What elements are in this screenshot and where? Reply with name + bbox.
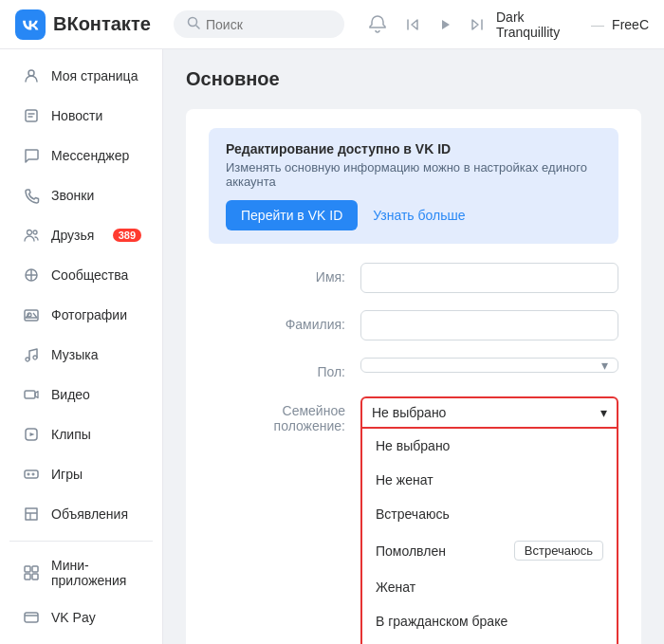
- surname-field: [360, 310, 618, 340]
- edit-notice-title: Редактирование доступно в VK ID: [226, 141, 601, 156]
- dropdown-item-not-selected[interactable]: Не выбрано: [362, 429, 617, 463]
- main-card: Редактирование доступно в VK ID Изменять…: [186, 109, 641, 644]
- svg-rect-2: [26, 110, 37, 121]
- search-bar[interactable]: [174, 10, 344, 38]
- play-icon[interactable]: [437, 17, 452, 32]
- search-input[interactable]: [206, 17, 320, 32]
- sidebar-item-communities[interactable]: Сообщества: [6, 256, 157, 294]
- pay-icon: [21, 607, 42, 628]
- sidebar-item-photos[interactable]: Фотографии: [6, 296, 157, 334]
- games-icon: [21, 464, 42, 485]
- sidebar-item-classifieds[interactable]: Объявления: [6, 495, 157, 533]
- gender-chevron-icon: ▾: [601, 358, 608, 373]
- sidebar-item-video[interactable]: Видео: [6, 376, 157, 414]
- svg-rect-17: [25, 613, 38, 622]
- sidebar-item-work[interactable]: Работа: [6, 638, 157, 644]
- sidebar-label: VK Pay: [51, 610, 141, 625]
- dropdown-item-dating[interactable]: Встречаюсь: [362, 497, 617, 531]
- sidebar-item-music[interactable]: Музыка: [6, 336, 157, 374]
- logo-text: ВКонтакте: [53, 13, 151, 35]
- dropdown-item-label: Женат: [376, 580, 415, 595]
- app-name: FreeC: [612, 17, 649, 32]
- surname-input[interactable]: [360, 310, 618, 340]
- person-icon: [21, 65, 42, 86]
- sidebar-item-news[interactable]: Новости: [6, 97, 157, 135]
- marital-selected: Не выбрано: [372, 405, 446, 420]
- search-icon: [187, 16, 200, 32]
- marital-label: Семейное положение:: [209, 396, 360, 433]
- svg-rect-12: [25, 470, 38, 478]
- svg-rect-10: [25, 391, 35, 398]
- news-icon: [21, 105, 42, 126]
- dropdown-item-label: Встречаюсь: [376, 506, 450, 522]
- svg-rect-16: [32, 574, 38, 580]
- track-name: Dark Tranquillity: [496, 9, 583, 40]
- sidebar-item-games[interactable]: Игры: [6, 455, 157, 493]
- sidebar-label: Сообщества: [51, 267, 141, 283]
- dropdown-item-label: Не женат: [376, 472, 433, 488]
- sidebar-item-clips[interactable]: Клипы: [6, 415, 157, 453]
- name-input[interactable]: [360, 263, 618, 293]
- sidebar-item-vk-pay[interactable]: VK Pay: [6, 598, 157, 636]
- content-area: Основное Редактирование доступно в VK ID…: [163, 49, 664, 644]
- main-layout: Моя страница Новости Мессенджер Звонки Д: [0, 49, 664, 644]
- marital-dropdown: Не выбрано ▾ Не выбрано Не женат Вст: [360, 396, 618, 429]
- svg-rect-13: [25, 566, 30, 572]
- topbar-player-info: Dark Tranquillity — FreeC: [496, 9, 649, 40]
- dropdown-item-label: Помолвлен: [376, 543, 446, 559]
- sidebar-label: Музыка: [51, 347, 141, 362]
- svg-point-9: [33, 356, 37, 359]
- music-icon: [21, 344, 42, 365]
- dropdown-item-single-m[interactable]: Не женат: [362, 463, 617, 497]
- dropdown-item-civil[interactable]: В гражданском браке: [362, 604, 617, 638]
- name-field: [360, 263, 618, 293]
- apps-icon: [21, 562, 42, 583]
- sidebar-item-calls[interactable]: Звонки: [6, 176, 157, 214]
- svg-point-0: [189, 18, 197, 27]
- sidebar-label: Мессенджер: [51, 148, 141, 163]
- svg-point-4: [33, 230, 37, 234]
- gender-select[interactable]: ▾: [360, 358, 618, 373]
- notification-icon[interactable]: [367, 14, 388, 35]
- go-to-vkid-button[interactable]: Перейти в VK ID: [226, 200, 358, 230]
- sidebar-label: Новости: [51, 108, 141, 123]
- marital-chevron-icon: ▾: [600, 405, 607, 420]
- sidebar-label: Фотографии: [51, 307, 141, 322]
- sidebar-label: Звонки: [51, 188, 141, 203]
- svg-point-8: [26, 358, 29, 361]
- dropdown-item-engaged[interactable]: Помолвлен Встречаюсь: [362, 531, 617, 570]
- next-track-icon[interactable]: [470, 17, 485, 32]
- video-icon: [21, 384, 42, 405]
- marital-row: Семейное положение: Не выбрано ▾ Не выбр…: [209, 396, 618, 433]
- sidebar-item-my-page[interactable]: Моя страница: [6, 57, 157, 95]
- dropdown-item-married[interactable]: Женат: [362, 570, 617, 604]
- dropdown-item-label: В гражданском браке: [376, 614, 507, 629]
- prev-track-icon[interactable]: [405, 17, 420, 32]
- name-label: Имя:: [209, 263, 360, 285]
- marital-trigger[interactable]: Не выбрано ▾: [360, 396, 618, 429]
- marital-dropdown-menu: Не выбрано Не женат Встречаюсь Помолвлен…: [360, 429, 618, 644]
- sidebar-item-messenger[interactable]: Мессенджер: [6, 137, 157, 175]
- name-row: Имя:: [209, 263, 618, 293]
- gender-label: Пол:: [209, 358, 360, 379]
- gender-field: ▾: [360, 358, 618, 373]
- marital-field: Не выбрано ▾ Не выбрано Не женат Вст: [360, 396, 618, 429]
- dropdown-item-in-love[interactable]: Влюблён: [362, 638, 617, 644]
- surname-label: Фамилия:: [209, 310, 360, 332]
- sidebar-divider-1: [9, 541, 153, 542]
- dropdown-item-badge: Встречаюсь: [514, 541, 603, 561]
- svg-rect-14: [32, 566, 38, 572]
- gender-select-wrapper: ▾: [360, 358, 618, 373]
- photos-icon: [21, 304, 42, 325]
- chat-icon: [21, 145, 42, 166]
- separator: —: [591, 17, 604, 32]
- clips-icon: [21, 424, 42, 445]
- learn-more-button[interactable]: Узнать больше: [373, 208, 465, 223]
- topbar-icons: [367, 14, 485, 35]
- sidebar-label: Игры: [51, 467, 141, 482]
- sidebar-item-friends[interactable]: Друзья 389: [6, 216, 157, 254]
- phone-icon: [21, 185, 42, 206]
- topbar: ВКонтакте Dark Tranquillity — FreeC: [0, 0, 664, 49]
- sidebar-item-mini-apps[interactable]: Мини-приложения: [6, 549, 157, 597]
- sidebar-label: Клипы: [51, 427, 141, 442]
